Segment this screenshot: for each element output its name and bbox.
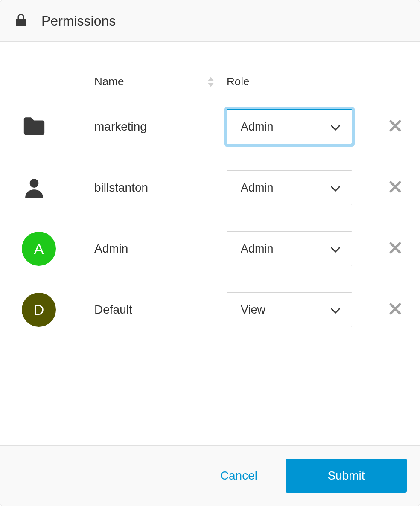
close-icon	[388, 119, 402, 134]
column-header-name[interactable]: Name	[94, 75, 227, 88]
role-select-value: Admin	[241, 181, 274, 195]
avatar-letter: D	[34, 302, 44, 318]
role-select-value: Admin	[241, 242, 274, 256]
avatar-letter: A	[34, 241, 44, 257]
role-select[interactable]: Admin	[227, 109, 352, 144]
row-name: billstanton	[94, 181, 227, 195]
user-icon	[22, 177, 94, 198]
role-select[interactable]: View	[227, 292, 352, 327]
chevron-down-icon	[330, 181, 341, 195]
close-icon	[388, 302, 402, 317]
row-name: marketing	[94, 120, 227, 134]
table-row: D Default View	[18, 279, 402, 340]
avatar: D	[22, 293, 56, 327]
table-row: billstanton Admin	[18, 157, 402, 218]
modal-title: Permissions	[41, 13, 116, 29]
sort-icon	[208, 77, 214, 87]
role-select-value: Admin	[241, 120, 274, 134]
chevron-down-icon	[330, 120, 341, 134]
modal-body: Name Role marketing Admin	[0, 42, 420, 445]
role-select[interactable]: Admin	[227, 231, 352, 266]
submit-button[interactable]: Submit	[286, 459, 407, 493]
folder-icon	[22, 116, 94, 137]
row-name: Default	[94, 303, 227, 317]
column-header-role[interactable]: Role	[227, 75, 376, 88]
role-select-value: View	[241, 303, 265, 317]
table-header-row: Name Role	[18, 67, 402, 96]
remove-button[interactable]	[376, 241, 414, 256]
permissions-modal: Permissions Name Role	[0, 0, 420, 506]
remove-button[interactable]	[376, 180, 414, 195]
modal-footer: Cancel Submit	[0, 445, 420, 506]
row-name: Admin	[94, 242, 227, 256]
chevron-down-icon	[330, 303, 341, 317]
close-icon	[388, 241, 402, 256]
column-header-name-label: Name	[94, 75, 124, 88]
cancel-button[interactable]: Cancel	[213, 460, 264, 491]
lock-icon	[13, 12, 29, 29]
modal-header: Permissions	[0, 0, 420, 42]
avatar: A	[22, 232, 56, 266]
close-icon	[388, 180, 402, 195]
svg-point-0	[30, 179, 39, 188]
remove-button[interactable]	[376, 302, 414, 317]
chevron-down-icon	[330, 242, 341, 256]
remove-button[interactable]	[376, 119, 414, 134]
role-select[interactable]: Admin	[227, 170, 352, 205]
table-row: marketing Admin	[18, 96, 402, 157]
permissions-table: Name Role marketing Admin	[18, 67, 402, 340]
table-row: A Admin Admin	[18, 218, 402, 279]
